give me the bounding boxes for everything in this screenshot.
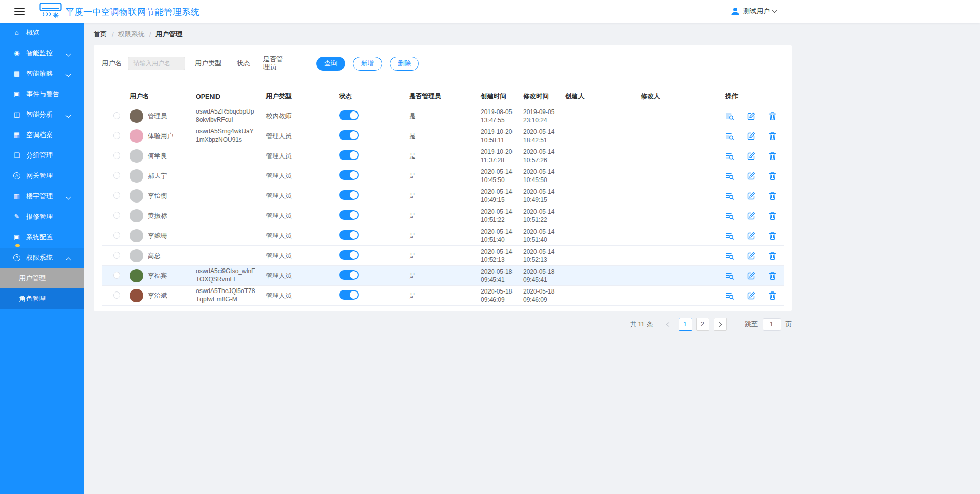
delete-icon[interactable] [768,111,777,121]
sidebar-item[interactable]: A网关管理 [0,166,84,186]
view-detail-icon[interactable] [725,231,734,240]
table-row[interactable]: 李婉珊管理人员是2020-05-1410:51:402020-05-1410:5… [102,226,784,246]
delete-icon[interactable] [768,251,777,260]
sidebar-item[interactable]: ▦空调档案 [0,125,84,145]
row-select-radio[interactable] [113,152,120,159]
edit-icon[interactable] [747,151,756,161]
table-row[interactable]: 何学良管理人员是2019-10-2011:37:282020-05-1410:5… [102,146,784,166]
prev-page-button[interactable] [661,318,675,331]
created-time-cell: 2019-08-0513:47:55 [481,108,523,124]
status-toggle[interactable] [339,190,359,200]
sidebar-item[interactable]: ▣事件与警告 [0,84,84,104]
table-row[interactable]: 李怡衡管理人员是2020-05-1410:49:152020-05-1410:4… [102,186,784,206]
user-avatar [130,109,143,123]
view-detail-icon[interactable] [725,191,734,200]
user-menu[interactable]: 测试用户 [730,0,776,23]
delete-button[interactable]: 删除 [390,57,419,71]
created-time-cell: 2020-05-1410:52:13 [481,248,523,264]
status-toggle[interactable] [339,270,359,280]
username-filter-input[interactable] [128,57,185,70]
delete-icon[interactable] [768,191,777,200]
sidebar-item[interactable]: ?权限系统 [0,248,84,268]
edit-icon[interactable] [747,251,756,260]
row-select-radio[interactable] [113,112,120,119]
status-toggle[interactable] [339,110,359,120]
next-page-button[interactable] [714,318,727,331]
delete-icon[interactable] [768,231,777,240]
menu-toggle-button[interactable] [14,8,25,15]
sidebar-item-label: 空调档案 [26,130,53,140]
sidebar-item[interactable]: ◫智能分析 [0,104,84,125]
status-toggle[interactable] [339,210,359,220]
view-detail-icon[interactable] [725,171,734,181]
page-button[interactable]: 1 [679,318,692,331]
edit-icon[interactable] [747,131,756,141]
table-row[interactable]: 李福宾oswdA5ci9Gtso_wlnETOXQSRvmLI管理人员是2020… [102,266,784,286]
row-select-radio[interactable] [113,212,120,219]
breadcrumb-home[interactable]: 首页 [94,30,107,39]
jump-page-input[interactable] [763,318,781,331]
sidebar-subitem[interactable]: 角色管理 [0,288,84,309]
sidebar-item[interactable]: ▤智能策略 [0,63,84,84]
status-toggle[interactable] [339,150,359,160]
notification-badge [15,244,20,247]
sidebar-subitem-label: 用户管理 [19,274,46,283]
edit-icon[interactable] [747,211,756,220]
modified-time-cell: 2020-05-1410:52:13 [523,248,565,264]
edit-icon[interactable] [747,271,756,280]
edit-icon[interactable] [747,111,756,121]
view-detail-icon[interactable] [725,291,734,300]
status-toggle[interactable] [339,130,359,140]
delete-icon[interactable] [768,131,777,141]
status-toggle[interactable] [339,230,359,240]
table-row[interactable]: 管理员oswdA5ZR5bqcbpUp8okvlbvRFcuI校内教师是2019… [102,106,784,126]
delete-icon[interactable] [768,151,777,161]
sidebar-item[interactable]: ⌂概览 [0,23,84,43]
add-button[interactable]: 新增 [353,57,382,71]
view-detail-icon[interactable] [725,131,734,141]
row-select-radio[interactable] [113,172,120,179]
delete-icon[interactable] [768,211,777,220]
column-header: OPENID [196,93,266,100]
column-header: 创建人 [565,92,641,101]
row-select-radio[interactable] [113,192,120,199]
toggle-knob [350,171,358,179]
view-detail-icon[interactable] [725,271,734,280]
row-select-radio[interactable] [113,291,120,299]
table-row[interactable]: 郝天宁管理人员是2020-05-1410:45:502020-05-1410:4… [102,166,784,186]
edit-icon[interactable] [747,291,756,300]
status-toggle[interactable] [339,250,359,260]
delete-icon[interactable] [768,271,777,280]
search-button[interactable]: 查询 [316,57,345,71]
sidebar-item[interactable]: ▥楼宇管理 [0,186,84,207]
sidebar-item-label: 系统配置 [26,233,53,242]
row-select-radio[interactable] [113,132,120,139]
edit-icon[interactable] [747,191,756,200]
building-icon: ▥ [13,192,21,200]
sidebar-subitem[interactable]: 用户管理 [0,268,84,288]
user-type-cell: 管理人员 [266,272,339,280]
row-select-radio[interactable] [113,252,120,259]
sidebar-item[interactable]: ▣系统配置 [0,227,84,248]
row-select-radio[interactable] [113,232,120,239]
delete-icon[interactable] [768,291,777,300]
view-detail-icon[interactable] [725,111,734,121]
total-count: 共 11 条 [630,320,653,329]
table-row[interactable]: 体验用户oswdA5Srng4wkUaY1mXbpzNOU91s管理人员是201… [102,126,784,146]
status-toggle[interactable] [339,170,359,180]
view-detail-icon[interactable] [725,211,734,220]
delete-icon[interactable] [768,171,777,181]
view-detail-icon[interactable] [725,251,734,260]
edit-icon[interactable] [747,231,756,240]
table-row[interactable]: 李治斌oswdA5TheJQl5oT78TqpIwEm8G-M管理人员是2020… [102,286,784,306]
edit-icon[interactable] [747,171,756,181]
status-toggle[interactable] [339,290,359,300]
sidebar-item[interactable]: ✎报修管理 [0,207,84,227]
table-row[interactable]: 高总管理人员是2020-05-1410:52:132020-05-1410:52… [102,246,784,266]
view-detail-icon[interactable] [725,151,734,161]
row-select-radio[interactable] [113,272,120,279]
sidebar-item[interactable]: ❏分组管理 [0,145,84,166]
table-row[interactable]: 黄振标管理人员是2020-05-1410:51:222020-05-1410:5… [102,206,784,226]
page-button[interactable]: 2 [696,318,709,331]
sidebar-item[interactable]: ◉智能监控 [0,43,84,63]
